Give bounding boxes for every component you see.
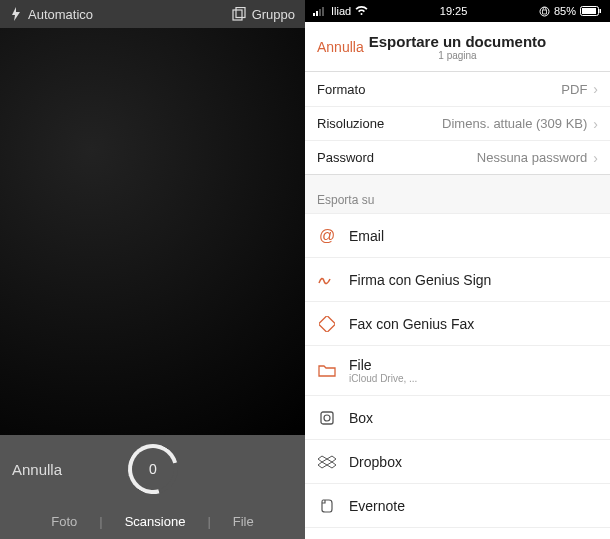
- tab-foto[interactable]: Foto: [29, 514, 99, 529]
- shutter-count: 0: [149, 461, 157, 477]
- settings-list: Formato PDF› Risoluzione Dimens. attuale…: [305, 72, 610, 175]
- svg-rect-4: [319, 9, 321, 16]
- group-label: Gruppo: [252, 7, 295, 22]
- export-screen: Iliad 19:25 85% Annulla Esportare un doc…: [305, 0, 610, 539]
- export-label: Dropbox: [349, 454, 402, 470]
- svg-rect-10: [319, 316, 335, 332]
- setting-value: PDF: [561, 82, 587, 97]
- chevron-right-icon: ›: [593, 150, 598, 166]
- setting-label: Password: [317, 150, 374, 165]
- export-label: File: [349, 357, 417, 373]
- export-section-header: Esporta su: [305, 175, 610, 214]
- tab-scansione[interactable]: Scansione: [103, 514, 208, 529]
- setting-label: Formato: [317, 82, 365, 97]
- clock: 19:25: [440, 5, 468, 17]
- chevron-right-icon: ›: [593, 116, 598, 132]
- orientation-lock-icon: [539, 6, 550, 17]
- svg-rect-11: [321, 412, 333, 424]
- export-list: @ Email Firma con Genius Sign Fax con Ge…: [305, 214, 610, 528]
- setting-password[interactable]: Password Nessuna password›: [305, 140, 610, 174]
- group-icon: [232, 7, 246, 21]
- export-sublabel: iCloud Drive, ...: [349, 373, 417, 384]
- tab-file[interactable]: File: [211, 514, 276, 529]
- scanner-screen: Automatico Gruppo Annulla 0 Foto | Scans…: [0, 0, 305, 539]
- signature-icon: [317, 270, 337, 290]
- export-label: Fax con Genius Fax: [349, 316, 474, 332]
- folder-icon: [317, 361, 337, 381]
- cancel-button[interactable]: Annulla: [12, 461, 62, 478]
- signal-icon: [313, 6, 327, 16]
- fax-icon: [317, 314, 337, 334]
- export-dropbox[interactable]: Dropbox: [305, 440, 610, 484]
- svg-rect-1: [236, 8, 245, 18]
- modal-header: Annulla Esportare un documento 1 pagina: [305, 22, 610, 72]
- export-label: Firma con Genius Sign: [349, 272, 491, 288]
- camera-viewfinder: [0, 28, 305, 435]
- battery-icon: [580, 6, 602, 16]
- svg-rect-3: [316, 11, 318, 16]
- export-genius-sign[interactable]: Firma con Genius Sign: [305, 258, 610, 302]
- carrier-label: Iliad: [331, 5, 351, 17]
- cancel-button[interactable]: Annulla: [317, 39, 364, 55]
- export-evernote[interactable]: Evernote: [305, 484, 610, 528]
- email-icon: @: [317, 226, 337, 246]
- export-box[interactable]: Box: [305, 396, 610, 440]
- export-label: Evernote: [349, 498, 405, 514]
- battery-label: 85%: [554, 5, 576, 17]
- svg-rect-9: [600, 9, 602, 13]
- setting-risoluzione[interactable]: Risoluzione Dimens. attuale (309 KB)›: [305, 106, 610, 140]
- export-file[interactable]: File iCloud Drive, ...: [305, 346, 610, 396]
- export-email[interactable]: @ Email: [305, 214, 610, 258]
- chevron-right-icon: ›: [593, 81, 598, 97]
- scanner-bottom-bar: Annulla 0 Foto | Scansione | File: [0, 435, 305, 539]
- flash-mode-label: Automatico: [28, 7, 93, 22]
- wifi-icon: [355, 6, 368, 16]
- setting-formato[interactable]: Formato PDF›: [305, 72, 610, 106]
- flash-mode-button[interactable]: Automatico: [10, 7, 93, 22]
- setting-value: Dimens. attuale (309 KB): [442, 116, 587, 131]
- setting-label: Risoluzione: [317, 116, 384, 131]
- scanner-top-bar: Automatico Gruppo: [0, 0, 305, 28]
- svg-point-6: [540, 7, 549, 16]
- dropbox-icon: [317, 452, 337, 472]
- box-icon: [317, 408, 337, 428]
- shutter-button[interactable]: 0: [118, 435, 186, 503]
- export-genius-fax[interactable]: Fax con Genius Fax: [305, 302, 610, 346]
- svg-rect-2: [313, 13, 315, 16]
- export-label: Box: [349, 410, 373, 426]
- svg-rect-0: [233, 10, 242, 20]
- group-button[interactable]: Gruppo: [232, 7, 295, 22]
- flash-icon: [10, 7, 22, 21]
- svg-rect-8: [582, 8, 596, 14]
- status-bar: Iliad 19:25 85%: [305, 0, 610, 22]
- export-label: Email: [349, 228, 384, 244]
- setting-value: Nessuna password: [477, 150, 588, 165]
- evernote-icon: [317, 496, 337, 516]
- svg-rect-5: [322, 7, 324, 16]
- mode-tabs: Foto | Scansione | File: [0, 503, 305, 539]
